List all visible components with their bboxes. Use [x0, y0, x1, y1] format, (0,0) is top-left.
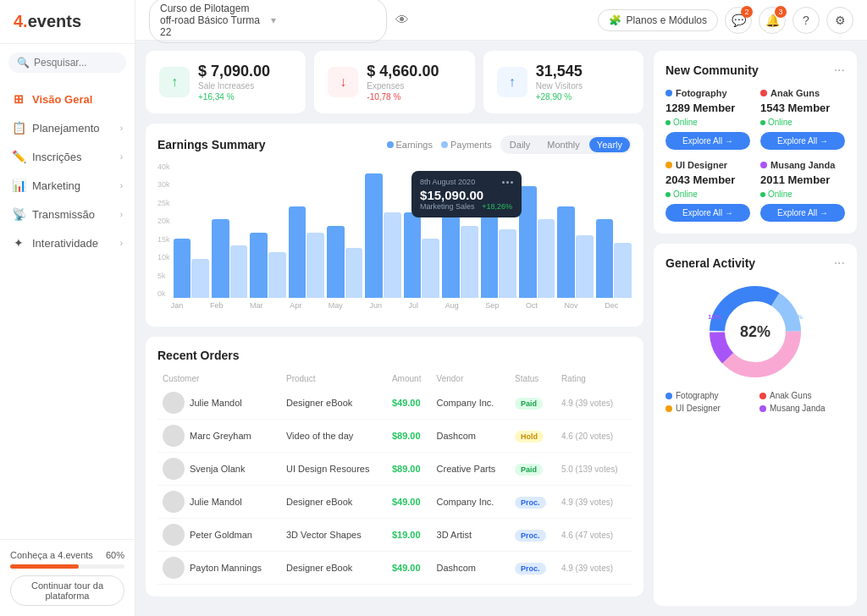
bar-earnings	[365, 173, 383, 298]
notification-button[interactable]: 🔔 3	[759, 7, 786, 34]
orders-title: Recent Orders	[157, 349, 632, 362]
community-more-icon[interactable]: ···	[834, 63, 845, 78]
bar-group	[250, 233, 285, 299]
planos-button[interactable]: 🧩 Planos e Módulos	[598, 9, 718, 31]
comm-online: Online	[760, 190, 845, 199]
avatar	[163, 392, 185, 414]
tab-daily[interactable]: Daily	[502, 137, 538, 152]
donut-chart: 34% 16% 38% 12% 82%	[704, 281, 806, 382]
bar-earnings	[404, 212, 422, 298]
online-dot	[760, 192, 765, 197]
search-input[interactable]	[34, 57, 118, 69]
tab-monthly[interactable]: Monthly	[539, 137, 588, 152]
cell-customer: Peter Goldman	[157, 519, 281, 552]
community-item-ui-designer: UI Designer 2043 Member Online Explore A…	[665, 160, 750, 222]
cell-vendor: Dashcom	[432, 552, 510, 585]
cell-vendor: 3D Artist	[432, 519, 510, 552]
chart-icon: 📊	[12, 179, 25, 192]
cell-product: 3D Vector Shapes	[281, 519, 387, 552]
cell-product: Designer eBook	[281, 486, 387, 519]
expenses-label: Expenses	[367, 81, 439, 91]
chevron-icon: ›	[120, 181, 123, 190]
chevron-icon: ›	[120, 152, 123, 162]
orders-header-row: Customer Product Amount Vendor Status Ra…	[157, 371, 632, 387]
logo-text: 4.events	[14, 12, 81, 30]
cell-rating: 4.6 (47 votes)	[556, 519, 632, 552]
donut-center-pct: 82%	[740, 323, 770, 341]
chat-button[interactable]: 💬 2	[725, 7, 752, 34]
tooltip-change: +18,26%	[482, 202, 512, 211]
chart-tooltip: 8th August 2020 $15,090.00	[411, 171, 522, 217]
explore-button-fotography[interactable]: Explore All →	[665, 132, 750, 150]
explore-button-ui-designer[interactable]: Explore All →	[665, 204, 750, 222]
cell-vendor: Company Inc.	[432, 387, 510, 420]
col-customer: Customer	[157, 371, 281, 387]
orders-card: Recent Orders Customer Product Amount Ve…	[146, 337, 643, 597]
bar-earnings	[250, 233, 268, 299]
comm-online: Online	[665, 118, 750, 127]
cell-vendor: Dashcom	[432, 420, 510, 453]
content-right: New Community ··· Fotography 1289 Member…	[654, 51, 857, 606]
sales-change: +16,34 %	[198, 92, 270, 102]
stat-card-visitors: ↑ 31,545 New Visitors +28,90 %	[483, 51, 643, 113]
cell-status: Proc.	[510, 552, 556, 585]
search-box[interactable]: 🔍	[8, 52, 126, 73]
legend-anak-guns: Anak Guns	[759, 391, 845, 400]
cell-amount: $89.00	[387, 453, 432, 486]
bar-group	[289, 206, 324, 299]
activity-legend: Fotography Anak Guns UI Designer Mu	[665, 391, 845, 413]
eye-icon[interactable]: 👁	[395, 13, 409, 28]
sidebar-item-transmissao[interactable]: 📡 Transmissão ›	[0, 200, 135, 228]
event-dropdown[interactable]: Curso de Pilotagem off-road Básico Turma…	[149, 0, 387, 43]
help-button[interactable]: ?	[792, 7, 820, 34]
legend-payments: Payments	[441, 140, 492, 150]
chart-legend: Earnings Payments	[387, 140, 492, 150]
bar-group	[174, 239, 209, 298]
sidebar-item-marketing[interactable]: 📊 Marketing ›	[0, 171, 135, 200]
tour-button[interactable]: Continuar tour da plataforma	[10, 575, 124, 606]
cell-status: Paid	[510, 453, 556, 486]
sidebar-nav: ⊞ Visão Geral 📋 Planejamento › ✏️ Inscri…	[0, 81, 135, 539]
cell-status: Paid	[510, 387, 556, 420]
sidebar-item-inscricoes[interactable]: ✏️ Inscrições ›	[0, 142, 135, 171]
bar-payments	[499, 229, 516, 298]
avatar	[163, 491, 185, 513]
cell-customer: Marc Greyham	[157, 420, 281, 453]
settings-button[interactable]: ⚙	[826, 7, 853, 34]
bar-payments	[230, 245, 248, 298]
legend-fotography: Fotography	[665, 391, 751, 400]
cell-amount: $49.00	[387, 552, 432, 585]
chevron-icon: ›	[120, 210, 123, 219]
sales-icon: ↑	[159, 67, 190, 97]
app-container: 4.events 🔍 ⊞ Visão Geral 📋 Planejamento …	[0, 0, 867, 616]
main-area: Curso de Pilotagem off-road Básico Turma…	[135, 0, 867, 616]
sidebar-item-planejamento[interactable]: 📋 Planejamento ›	[0, 113, 135, 142]
sidebar-item-visao-geral[interactable]: ⊞ Visão Geral	[0, 85, 135, 113]
sales-value: $ 7,090.00	[198, 63, 270, 80]
grid-icon: ⊞	[12, 92, 25, 106]
comm-members: 2043 Member	[665, 173, 750, 186]
chevron-icon: ›	[120, 124, 123, 133]
musang-janda-color	[759, 405, 766, 412]
cell-rating: 5.0 (139 votes)	[556, 453, 632, 486]
cell-amount: $89.00	[387, 420, 432, 453]
earnings-chart-card: Earnings Summary Earnings Payments Daily…	[146, 124, 643, 327]
bar-group	[327, 226, 362, 298]
sidebar-item-label: Marketing	[32, 179, 80, 192]
cell-product: Designer eBook	[281, 387, 387, 420]
sidebar-item-interatividade[interactable]: ✦ Interatividade ›	[0, 228, 135, 257]
explore-button-musang-janda[interactable]: Explore All →	[760, 204, 845, 222]
activity-title: General Activity	[665, 256, 834, 270]
tab-yearly[interactable]: Yearly	[589, 137, 630, 152]
cell-vendor: Company Inc.	[432, 486, 510, 519]
avatar	[163, 557, 185, 579]
chart-area: 40k30k25k20k15k10k5k0k 8th August 2020	[157, 162, 632, 315]
explore-button-anak-guns[interactable]: Explore All →	[760, 132, 845, 150]
sidebar: 4.events 🔍 ⊞ Visão Geral 📋 Planejamento …	[0, 0, 135, 616]
orders-body: Julie Mandol Designer eBook $49.00 Compa…	[157, 387, 632, 585]
cell-status: Proc.	[510, 486, 556, 519]
comm-members: 1289 Member	[665, 102, 750, 114]
comm-online: Online	[760, 118, 845, 127]
activity-more-icon[interactable]: ···	[834, 256, 845, 271]
comm-color-dot	[665, 162, 672, 168]
